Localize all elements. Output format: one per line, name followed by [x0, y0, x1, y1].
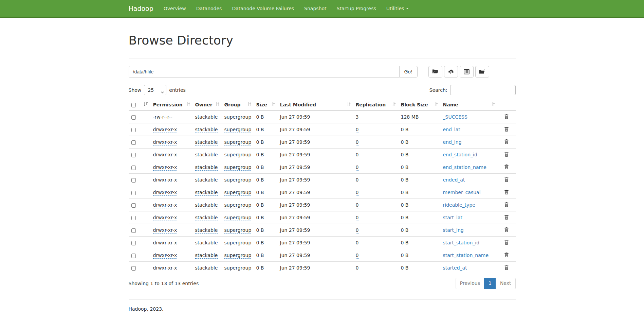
- col-header-owner[interactable]: Owner: [192, 99, 222, 110]
- permission-value[interactable]: -rw-r--r--: [153, 114, 172, 120]
- file-link[interactable]: ended_at: [443, 177, 465, 183]
- permission-value[interactable]: drwxr-xr-x: [153, 265, 177, 271]
- select-all-checkbox[interactable]: [131, 103, 136, 107]
- col-header-select[interactable]: [129, 99, 150, 110]
- permission-value[interactable]: drwxr-xr-x: [153, 253, 177, 259]
- owner-value[interactable]: stackable: [195, 215, 218, 221]
- replication-value[interactable]: 0: [356, 265, 359, 271]
- go-button[interactable]: Go!: [399, 66, 417, 77]
- delete-button[interactable]: [504, 214, 509, 221]
- nav-overview[interactable]: Overview: [159, 6, 191, 11]
- group-value[interactable]: supergroup: [224, 114, 252, 120]
- delete-button[interactable]: [504, 227, 509, 233]
- row-checkbox[interactable]: [131, 166, 136, 170]
- col-header-permission[interactable]: Permission: [150, 99, 192, 110]
- owner-value[interactable]: stackable: [195, 253, 218, 259]
- delete-button[interactable]: [504, 240, 509, 246]
- permission-value[interactable]: drwxr-xr-x: [153, 190, 177, 196]
- replication-value[interactable]: 0: [356, 152, 359, 158]
- permission-value[interactable]: drwxr-xr-x: [153, 215, 177, 221]
- permission-value[interactable]: drwxr-xr-x: [153, 177, 177, 183]
- nav-datanodes[interactable]: Datanodes: [191, 6, 227, 11]
- group-value[interactable]: supergroup: [224, 265, 252, 271]
- owner-value[interactable]: stackable: [195, 152, 218, 158]
- replication-value[interactable]: 3: [356, 114, 359, 120]
- nav-startup-progress[interactable]: Startup Progress: [332, 6, 381, 11]
- owner-value[interactable]: stackable: [195, 265, 218, 271]
- file-link[interactable]: _SUCCESS: [443, 114, 467, 120]
- replication-value[interactable]: 0: [356, 240, 359, 246]
- pagination-page-1[interactable]: 1: [484, 278, 496, 289]
- owner-value[interactable]: stackable: [195, 127, 218, 133]
- file-link[interactable]: started_at: [443, 265, 467, 271]
- row-checkbox[interactable]: [131, 140, 136, 145]
- search-input[interactable]: [450, 85, 516, 95]
- nav-datanode-volume-failures[interactable]: Datanode Volume Failures: [227, 6, 299, 11]
- replication-value[interactable]: 0: [356, 227, 359, 234]
- delete-button[interactable]: [504, 164, 509, 170]
- group-value[interactable]: supergroup: [224, 177, 252, 183]
- file-link[interactable]: member_casual: [443, 190, 481, 195]
- replication-value[interactable]: 0: [356, 253, 359, 259]
- row-checkbox[interactable]: [131, 228, 136, 233]
- delete-button[interactable]: [504, 177, 509, 183]
- col-header-block-size[interactable]: Block Size: [398, 99, 440, 110]
- permission-value[interactable]: drwxr-xr-x: [153, 165, 177, 171]
- group-value[interactable]: supergroup: [224, 165, 252, 171]
- replication-value[interactable]: 0: [356, 202, 359, 208]
- delete-button[interactable]: [504, 114, 509, 120]
- create-directory-button[interactable]: [428, 66, 442, 77]
- permission-value[interactable]: drwxr-xr-x: [153, 152, 177, 158]
- list-button[interactable]: [460, 66, 474, 77]
- col-header-group[interactable]: Group: [222, 99, 254, 110]
- replication-value[interactable]: 0: [356, 139, 359, 145]
- replication-value[interactable]: 0: [356, 215, 359, 221]
- row-checkbox[interactable]: [131, 153, 136, 157]
- file-link[interactable]: start_station_id: [443, 240, 480, 245]
- col-header-last-modified[interactable]: Last Modified: [277, 99, 353, 110]
- nav-snapshot[interactable]: Snapshot: [299, 6, 331, 11]
- brand-hadoop[interactable]: Hadoop: [129, 5, 159, 12]
- col-header-size[interactable]: Size: [254, 99, 277, 110]
- owner-value[interactable]: stackable: [195, 165, 218, 171]
- permission-value[interactable]: drwxr-xr-x: [153, 240, 177, 246]
- replication-value[interactable]: 0: [356, 190, 359, 196]
- file-link[interactable]: rideable_type: [443, 202, 475, 208]
- file-link[interactable]: end_station_id: [443, 152, 477, 157]
- row-checkbox[interactable]: [131, 191, 136, 195]
- row-checkbox[interactable]: [131, 128, 136, 132]
- directory-path-input[interactable]: [129, 66, 400, 77]
- file-link[interactable]: end_station_name: [443, 165, 486, 170]
- col-header-replication[interactable]: Replication: [353, 99, 398, 110]
- owner-value[interactable]: stackable: [195, 202, 218, 208]
- permission-value[interactable]: drwxr-xr-x: [153, 127, 177, 133]
- col-header-name[interactable]: Name: [440, 99, 497, 110]
- owner-value[interactable]: stackable: [195, 190, 218, 196]
- delete-button[interactable]: [504, 139, 509, 145]
- upload-files-button[interactable]: [444, 66, 458, 77]
- nav-utilities-dropdown[interactable]: Utilities: [381, 6, 414, 11]
- group-value[interactable]: supergroup: [224, 127, 252, 133]
- delete-button[interactable]: [504, 252, 509, 258]
- permission-value[interactable]: drwxr-xr-x: [153, 139, 177, 145]
- group-value[interactable]: supergroup: [224, 253, 252, 259]
- file-link[interactable]: start_lng: [443, 227, 464, 233]
- owner-value[interactable]: stackable: [195, 240, 218, 246]
- row-checkbox[interactable]: [131, 115, 136, 120]
- replication-value[interactable]: 0: [356, 127, 359, 133]
- group-value[interactable]: supergroup: [224, 152, 252, 158]
- owner-value[interactable]: stackable: [195, 114, 218, 120]
- replication-value[interactable]: 0: [356, 165, 359, 171]
- row-checkbox[interactable]: [131, 266, 136, 271]
- row-checkbox[interactable]: [131, 241, 136, 245]
- pagination-next[interactable]: Next: [496, 278, 516, 289]
- row-checkbox[interactable]: [131, 178, 136, 183]
- file-link[interactable]: start_lat: [443, 215, 463, 220]
- delete-button[interactable]: [504, 202, 509, 208]
- file-link[interactable]: end_lng: [443, 139, 462, 145]
- row-checkbox[interactable]: [131, 254, 136, 258]
- delete-button[interactable]: [504, 126, 509, 133]
- owner-value[interactable]: stackable: [195, 227, 218, 234]
- group-value[interactable]: supergroup: [224, 227, 252, 234]
- permission-value[interactable]: drwxr-xr-x: [153, 202, 177, 208]
